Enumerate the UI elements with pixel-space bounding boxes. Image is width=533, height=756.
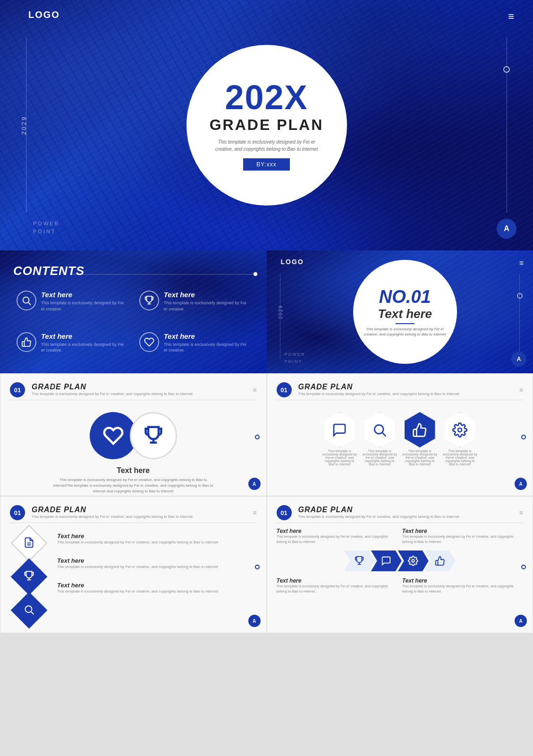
diamond-item-2: Text here This template is exclusively d… [57, 557, 257, 569]
hex-search [362, 412, 398, 447]
slide6-avatar: A [248, 615, 261, 627]
no01-logo: LOGO [281, 258, 304, 266]
slide-no01: LOGO ≡ 2029 NO.01 Text here This templat… [267, 250, 533, 373]
slide4-menu-icon[interactable]: ≡ [253, 386, 256, 394]
slide6-desc: This template is exclusively designed by… [32, 514, 246, 519]
slide6-title: GRADE PLAN [32, 506, 246, 514]
thumbsup-icon-circle [17, 332, 36, 352]
slide7-desc: This template is exclusively designed by… [298, 514, 513, 519]
content-desc-3: This template is exclusively designed by… [41, 342, 127, 353]
svg-line-7 [382, 433, 386, 436]
content-text-1: Text here This template is exclusively d… [41, 291, 127, 312]
slide4-dot-right [255, 435, 260, 439]
diamond-desc-3: This template is exclusively designed by… [57, 589, 257, 594]
no01-avatar: A [511, 352, 526, 367]
circle-heart-icon [103, 425, 124, 446]
slide6-content: Text here This template is exclusively d… [0, 523, 266, 630]
slide7-header-text: GRADE PLAN This template is exclusively … [298, 506, 513, 519]
heart-icon [144, 337, 154, 347]
slide-grade-diamond: 01 GRADE PLAN This template is exclusive… [0, 496, 267, 633]
contents-grid: Text here This template is exclusively d… [9, 284, 257, 369]
diamond-2-icon [23, 570, 34, 584]
no01-underline [396, 323, 415, 324]
hero-dot-right [503, 66, 510, 73]
arrow-bottom-item-1: Text here This template is exclusively d… [277, 577, 398, 594]
trophy-icon-2 [23, 570, 34, 582]
arrow-bottom-title-2: Text here [402, 577, 523, 584]
circle-trophy-icon [143, 425, 164, 446]
hex-gear-icon [452, 422, 467, 438]
diamond-2-filled [10, 558, 47, 595]
slide5-desc: This template is exclusively designed by… [298, 391, 513, 396]
chevron-chat-icon [381, 556, 391, 566]
content-item-thumbsup: Text here This template is exclusively d… [12, 327, 132, 367]
hero-year: 2029 [20, 116, 27, 135]
menu-icon[interactable]: ≡ [508, 10, 514, 23]
content-desc-2: This template is exclusively designed by… [164, 300, 250, 312]
slide7-bottom-items: Text here This template is exclusively d… [267, 575, 533, 596]
slide5-dot-right [521, 435, 526, 439]
chevron-gear-icon [408, 556, 418, 566]
slide4-desc: This template is exclusively designed by… [32, 391, 246, 396]
thumbsup-icon [21, 337, 32, 347]
slide5-num-badge: 01 [277, 382, 292, 397]
arrow-chevron-2 [371, 550, 402, 571]
arrow-top-desc-2: This template is exclusively designed by… [402, 534, 523, 544]
contents-title: CONTENTS [13, 264, 85, 278]
slide6-menu-icon[interactable]: ≡ [253, 509, 256, 516]
arrow-bottom-desc-1: This template is exclusively designed by… [277, 584, 398, 594]
slide7-top-items: Text here This template is exclusively d… [267, 523, 533, 547]
no01-year: 2029 [278, 305, 283, 319]
hero-circle: 202X GRADE PLAN This template is exclusi… [186, 45, 347, 206]
heart-icon-circle [139, 332, 159, 352]
svg-line-14 [31, 611, 34, 614]
trophy-icon [144, 295, 154, 306]
slide-grade-circles: 01 GRADE PLAN This template is exclusive… [0, 373, 267, 496]
arrow-top-title-1: Text here [277, 528, 398, 534]
diamond-title-1: Text here [57, 533, 257, 540]
search-icon-circle [17, 291, 36, 310]
slide4-num-badge: 01 [10, 382, 25, 397]
svg-point-0 [23, 297, 29, 303]
hero-by-label: BY:xxx [243, 158, 290, 171]
slide4-title: GRADE PLAN [32, 383, 246, 391]
hex-chat [322, 412, 357, 447]
arrow-bottom-title-1: Text here [277, 577, 398, 584]
arrow-top-desc-1: This template is exclusively designed by… [277, 534, 398, 544]
chat-icon [332, 422, 347, 438]
slide4-label: Text here [117, 466, 150, 475]
hero-logo: LOGO [28, 9, 60, 20]
slide6-header: 01 GRADE PLAN This template is exclusive… [0, 497, 266, 523]
contents-dot [254, 272, 257, 276]
hero-subtitle: This template is exclusively designed by… [215, 138, 318, 153]
no01-number: NO.01 [379, 287, 431, 307]
content-title-4: Text here [164, 332, 250, 340]
slide5-menu-icon[interactable]: ≡ [519, 386, 523, 394]
content-title-2: Text here [164, 291, 250, 299]
slide4-header-text: GRADE PLAN This template is exclusively … [32, 383, 246, 396]
slide4-content-desc: This template is exclusively designed by… [53, 477, 213, 494]
slide7-avatar: A [515, 615, 527, 627]
content-desc-4: This template is exclusively designed by… [164, 342, 250, 353]
content-title-3: Text here [41, 332, 127, 340]
document-icon [23, 537, 34, 548]
hex-thumbsup [402, 412, 438, 447]
no01-dot-right [517, 293, 523, 299]
diamond-title-2: Text here [57, 557, 257, 564]
circle-trophy [130, 412, 177, 459]
arrow-chevron-1 [344, 550, 375, 571]
arrow-bottom-desc-2: This template is exclusively designed by… [402, 584, 523, 594]
slide5-header-text: GRADE PLAN This template is exclusively … [298, 383, 513, 396]
slide7-menu-icon[interactable]: ≡ [519, 509, 523, 516]
hero-year-title: 202X [225, 80, 308, 114]
slide6-header-text: GRADE PLAN This template is exclusively … [32, 506, 246, 519]
search-icon [21, 295, 32, 306]
trophy-icon-circle [139, 291, 159, 310]
content-item-heart: Text here This template is exclusively d… [135, 327, 255, 367]
arrow-top-item-1: Text here This template is exclusively d… [277, 528, 398, 544]
slide5-hex-icons: This template is exclusively designed by… [267, 400, 533, 473]
no01-menu-icon[interactable]: ≡ [519, 259, 524, 267]
content-text-2: Text here This template is exclusively d… [164, 291, 250, 312]
slide-contents: CONTENTS Text here This template is excl… [0, 250, 267, 373]
content-text-3: Text here This template is exclusively d… [41, 332, 127, 353]
